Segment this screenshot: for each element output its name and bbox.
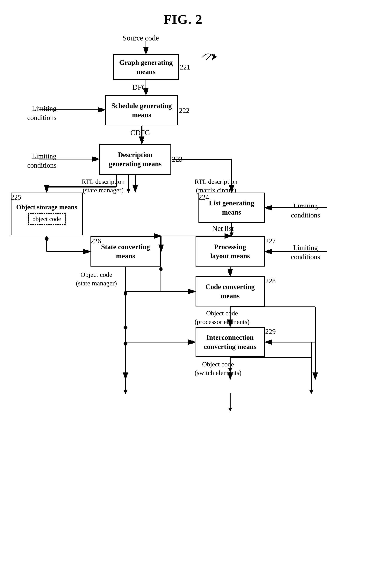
svg-marker-59: [45, 189, 49, 193]
limiting-2-label: Limitingconditions: [12, 152, 56, 170]
svg-marker-9: [95, 157, 99, 161]
svg-marker-37: [228, 272, 232, 276]
dfg-label: DFG: [132, 83, 147, 92]
svg-marker-7: [140, 140, 144, 144]
cdfg-label: CDFG: [130, 128, 150, 138]
rtl-matrix-label: RTL description(matrix circuit): [195, 177, 237, 194]
svg-marker-20: [45, 236, 49, 241]
svg-marker-16: [265, 206, 268, 210]
svg-marker-85: [123, 340, 128, 347]
interconn-conv-box: Interconnectionconverting means: [196, 327, 265, 357]
svg-marker-78: [45, 236, 49, 242]
interconn-conv-ref: 229: [265, 327, 276, 336]
state-conv-box: State convertingmeans: [91, 236, 160, 267]
net-list-label: Net list: [212, 224, 234, 233]
svg-marker-19: [87, 250, 91, 254]
source-code-label: Source code: [122, 33, 159, 43]
proc-layout-ref: 227: [265, 237, 276, 245]
svg-marker-51: [123, 390, 128, 394]
svg-marker-34: [192, 290, 196, 294]
svg-marker-55: [309, 390, 313, 394]
code-conv-box: Code convertingmeans: [196, 276, 265, 306]
svg-marker-31: [265, 250, 268, 254]
figure-title: FIG. 2: [0, 0, 366, 29]
svg-marker-29: [230, 233, 234, 236]
graph-gen-box: Graph generatingmeans: [113, 54, 179, 80]
obj-state-label: Object code(state manager): [76, 271, 117, 287]
schedule-gen-ref: 222: [179, 107, 190, 115]
state-conv-ref: 226: [91, 237, 101, 245]
svg-marker-1: [144, 50, 148, 54]
svg-marker-44: [123, 325, 128, 330]
diagram: Source code Graph generatingmeans 221 DF…: [0, 29, 366, 588]
svg-marker-43: [192, 340, 196, 344]
svg-marker-53: [228, 408, 232, 412]
svg-marker-35: [159, 267, 163, 272]
svg-marker-11: [126, 189, 130, 193]
rtl-state-label: RTL description(state manager): [82, 177, 125, 194]
obj-proc-label: Object code(processor elements): [195, 309, 250, 326]
limiting-4-label: Limitingconditions: [284, 243, 327, 262]
code-conv-ref: 228: [265, 277, 276, 285]
svg-marker-41: [123, 292, 128, 296]
page: FIG. 2: [0, 0, 366, 588]
graph-gen-ref: 221: [180, 63, 190, 71]
limiting-1-label: Limitingconditions: [12, 104, 56, 122]
list-gen-ref: 224: [198, 193, 209, 201]
object-storage-box: Object storage means object code: [11, 193, 83, 235]
obj-switch-label: Object code(switch elements): [195, 360, 242, 377]
desc-gen-box: Descriptiongenerating means: [99, 144, 171, 175]
limiting-3-label: Limitingconditions: [284, 201, 327, 220]
object-storage-label: Object storage means: [16, 203, 77, 211]
svg-marker-83: [123, 290, 128, 296]
desc-gen-ref: 223: [172, 155, 183, 163]
svg-marker-5: [101, 108, 105, 112]
object-storage-ref: 225: [11, 193, 21, 201]
schedule-gen-box: Schedule generatingmeans: [105, 95, 178, 125]
proc-layout-box: Processinglayout means: [196, 236, 265, 267]
